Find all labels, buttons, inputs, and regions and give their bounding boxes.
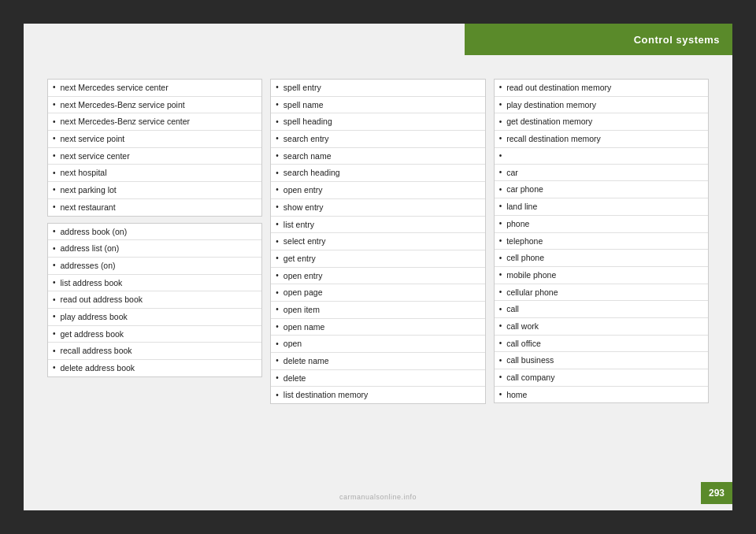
bullet-icon: •: [53, 99, 56, 110]
list-item: •call company: [495, 369, 708, 387]
bullet-icon: •: [276, 82, 279, 93]
bullet-icon: •: [276, 270, 279, 281]
bullet-icon: •: [499, 321, 502, 332]
list-item: • cell phone: [495, 250, 708, 267]
bullet-icon: •: [499, 389, 502, 400]
list-item: •next service point: [48, 131, 261, 148]
list-item: •spell heading: [271, 113, 484, 131]
bullet-icon: •: [276, 168, 279, 179]
list-item: •search name: [271, 148, 484, 165]
bullet-icon: •: [499, 167, 502, 178]
bullet-icon: •: [499, 150, 502, 161]
list-item: •open page: [271, 284, 484, 302]
bullet-icon: •: [499, 338, 502, 349]
list-box-navigation: •next Mercedes service center•next Merce…: [47, 79, 262, 217]
list-item: •address book (on): [48, 224, 261, 241]
list-box-address: •address book (on)•address list (on)•add…: [47, 223, 262, 377]
bullet-icon: •: [276, 150, 279, 161]
bullet-icon: •: [53, 133, 56, 144]
list-item: •next Mercedes-Benz service point: [48, 97, 261, 114]
bullet-icon: •: [276, 355, 279, 366]
content-area: •next Mercedes service center•next Merce…: [47, 79, 709, 471]
header-bar: Control systems: [465, 24, 732, 55]
column-1: •next Mercedes service center•next Merce…: [47, 79, 262, 471]
bullet-icon: •: [499, 235, 502, 247]
list-item: •open entry: [271, 182, 484, 199]
bullet-icon: •: [276, 253, 279, 264]
bullet-icon: •: [499, 355, 502, 366]
bullet-icon: •: [276, 287, 279, 299]
bullet-icon: •: [276, 184, 279, 195]
bullet-icon: •: [276, 117, 279, 128]
list-item: •recall destination memory: [495, 131, 708, 148]
bullet-icon: •: [53, 295, 56, 306]
list-item: • car: [495, 165, 708, 182]
bullet-icon: •: [499, 304, 502, 315]
bullet-icon: •: [499, 133, 502, 144]
bullet-icon: •: [53, 184, 56, 195]
list-item: • mobile phone: [495, 267, 708, 284]
bullet-icon: •: [53, 311, 56, 322]
list-item: •next hospital: [48, 165, 261, 182]
list-item: • get destination memory: [495, 113, 708, 131]
list-item: •addresses (on): [48, 258, 261, 275]
list-item: •next Mercedes-Benz service center: [48, 113, 261, 131]
list-item: • cellular phone: [495, 284, 708, 302]
list-item: •call work: [495, 318, 708, 336]
bullet-icon: •: [499, 287, 502, 298]
column-3: •read out destination memory•play destin…: [494, 79, 709, 471]
bullet-icon: •: [53, 168, 56, 179]
bullet-icon: •: [499, 184, 502, 195]
bullet-icon: •: [276, 321, 279, 332]
list-item: •open entry: [271, 268, 484, 285]
list-item: •list address book: [48, 275, 261, 292]
list-item: •recall address book: [48, 343, 261, 360]
bullet-icon: •: [499, 253, 502, 264]
bullet-icon: •: [276, 99, 279, 110]
bullet-icon: •: [276, 219, 279, 230]
list-item: •next Mercedes service center: [48, 80, 261, 97]
list-item: •select entry: [271, 233, 484, 250]
bullet-icon: •: [499, 99, 502, 110]
list-item: •open name: [271, 319, 484, 336]
bullet-icon: •: [53, 226, 56, 237]
bullet-icon: •: [499, 372, 502, 383]
list-item: • telephone: [495, 233, 708, 250]
list-item: •show entry: [271, 199, 484, 217]
bullet-icon: •: [276, 373, 279, 384]
list-item: •search heading: [271, 165, 484, 182]
list-item: •delete address book: [48, 360, 261, 376]
list-item: • home: [495, 387, 708, 403]
bullet-icon: •: [276, 133, 279, 144]
list-item: • phone: [495, 216, 708, 233]
bullet-icon: •: [276, 236, 279, 247]
list-item: •play address book: [48, 309, 261, 326]
list-item: •list entry: [271, 217, 484, 234]
bullet-icon: •: [499, 82, 502, 93]
bullet-icon: •: [53, 277, 56, 288]
list-item: •next restaurant: [48, 199, 261, 216]
list-item: • land line: [495, 198, 708, 216]
bullet-icon: •: [53, 328, 56, 339]
list-item: •next parking lot: [48, 182, 261, 199]
list-item: •open item: [271, 302, 484, 319]
list-item: •next service center: [48, 148, 261, 165]
list-item: •read out address book: [48, 291, 261, 309]
list-item: •play destination memory: [495, 97, 708, 114]
bullet-icon: •: [276, 304, 279, 315]
list-item: •spell entry: [271, 80, 484, 97]
list-item: •call office: [495, 336, 708, 353]
bullet-icon: •: [53, 260, 56, 271]
list-item: •address list (on): [48, 240, 261, 258]
watermark: carmanualsonline.info: [339, 493, 417, 501]
bullet-icon: •: [276, 202, 279, 213]
list-item: •open: [271, 336, 484, 353]
list-box-search: •spell entry•spell name•spell heading•se…: [270, 79, 485, 404]
list-item: •read out destination memory: [495, 80, 708, 97]
list-item: •search entry: [271, 131, 484, 148]
list-box-voice: •read out destination memory•play destin…: [494, 79, 709, 403]
column-2: •spell entry•spell name•spell heading•se…: [270, 79, 485, 471]
list-item: •call business: [495, 352, 708, 369]
bullet-icon: •: [276, 390, 279, 401]
bullet-icon: •: [499, 269, 502, 280]
